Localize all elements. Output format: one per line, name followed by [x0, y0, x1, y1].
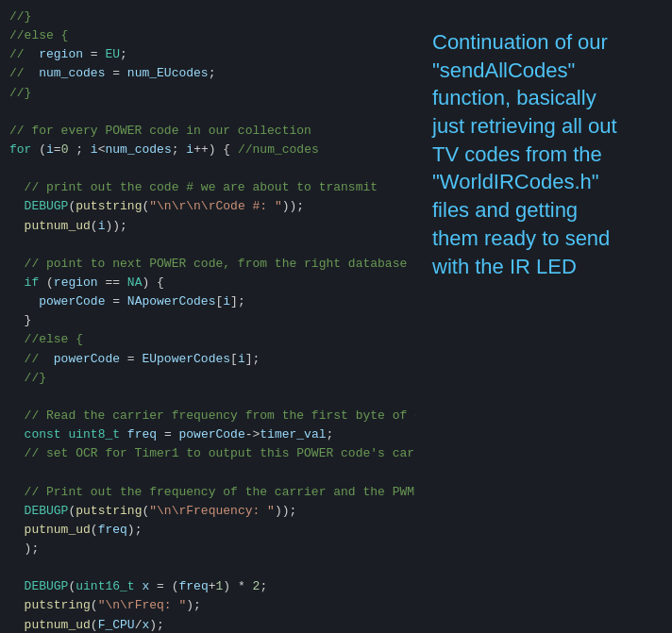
code-line: // Read the carrier frequency from the f…: [9, 407, 406, 425]
annotation-line3: function, basically: [432, 86, 596, 109]
code-line: DEBUGP(putstring("\n\rFrequency: "));: [9, 502, 406, 521]
code-line: for (i=0 ; i<num_codes; i++) { //num_cod…: [9, 141, 406, 159]
code-line: putstring("\n\rFreq: ");: [9, 596, 406, 615]
annotation-line9: with the IR LED: [432, 255, 577, 278]
code-line: // set OCR for Timer1 to output this POW…: [9, 444, 406, 463]
code-panel: //} //else { // region = EU; // num_code…: [0, 0, 415, 633]
code-line: //else {: [9, 330, 406, 349]
code-line: putnum_ud(F_CPU/x);: [9, 616, 406, 634]
annotation-text: Continuation of our "sendAllCodes" funct…: [432, 28, 655, 280]
code-line: );: [9, 540, 406, 558]
code-line: putnum_ud(freq);: [9, 521, 406, 540]
code-line: // Print out the frequency of the carrie…: [9, 483, 406, 502]
code-line: // print out the code # we are about to …: [9, 178, 406, 197]
code-line: const uint8_t freq = powerCode->timer_va…: [9, 425, 406, 444]
code-line: //}: [9, 369, 406, 388]
annotation-line1: Continuation of our: [432, 30, 608, 54]
code-line: // powerCode = EUpowerCodes[i];: [9, 350, 406, 369]
code-line: powerCode = NApowerCodes[i];: [9, 292, 406, 311]
code-line: if (region == NA) {: [9, 274, 406, 292]
code-line: DEBUGP(putstring("\n\r\n\rCode #: "));: [9, 197, 406, 216]
code-line: //}: [9, 84, 406, 103]
code-line: putnum_ud(i));: [9, 217, 406, 236]
annotation-line4: just retrieving all out: [432, 114, 617, 138]
main-container: //} //else { // region = EU; // num_code…: [0, 0, 672, 633]
code-line: DEBUGP(uint16_t x = (freq+1) * 2;: [9, 577, 406, 596]
code-line: //}: [9, 8, 406, 26]
annotation-line6: "WorldIRCodes.h": [432, 170, 599, 193]
code-line: //else {: [9, 26, 406, 45]
code-line: // for every POWER code in our collectio…: [9, 122, 406, 141]
code-line: // num_codes = num_EUcodes;: [9, 64, 406, 83]
annotation-line8: them ready to send: [432, 226, 610, 250]
code-line: }: [9, 311, 406, 330]
annotation-line2: "sendAllCodes": [432, 58, 575, 82]
annotation-panel: Continuation of our "sendAllCodes" funct…: [415, 0, 672, 633]
annotation-line7: files and getting: [432, 198, 578, 222]
code-line: // point to next POWER code, from the ri…: [9, 255, 406, 274]
code-line: // region = EU;: [9, 45, 406, 64]
annotation-line5: TV codes from the: [432, 142, 602, 166]
